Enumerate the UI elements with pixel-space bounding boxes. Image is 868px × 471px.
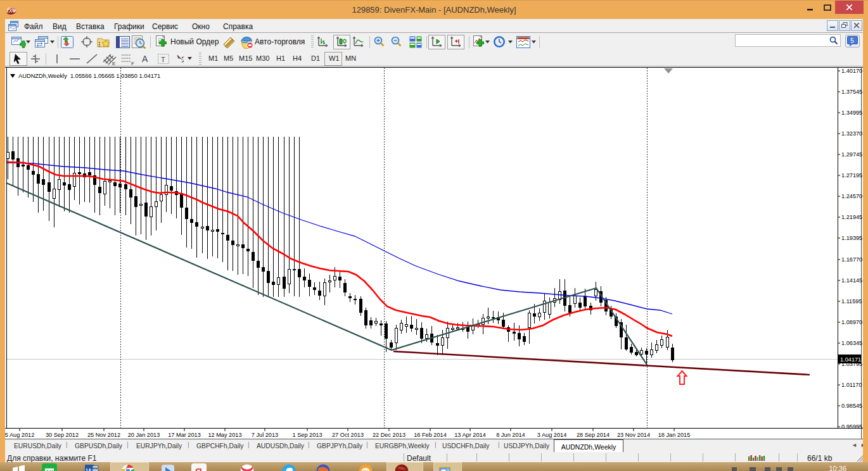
svg-text:0.98545: 0.98545 xyxy=(841,403,862,409)
svg-text:1.01170: 1.01170 xyxy=(841,382,862,388)
svg-text:1 Sep 2013: 1 Sep 2013 xyxy=(292,432,322,438)
svg-text:1.11595: 1.11595 xyxy=(841,298,862,305)
svg-text:T: T xyxy=(161,56,165,63)
svg-text:Я: Я xyxy=(195,466,202,471)
svg-text:1.06345: 1.06345 xyxy=(841,340,862,346)
svg-text:1.34995: 1.34995 xyxy=(841,110,862,116)
svg-text:1.29745: 1.29745 xyxy=(841,151,862,158)
svg-text:8 Jun 2014: 8 Jun 2014 xyxy=(496,432,525,438)
svg-text:13 Apr 2014: 13 Apr 2014 xyxy=(454,432,486,438)
svg-text:1.24570: 1.24570 xyxy=(841,193,862,199)
svg-text:AUDNZDh,Weekly 1.05566 1.0566: AUDNZDh,Weekly 1.05566 1.05665 1.03850 1… xyxy=(18,73,160,79)
svg-text:1.16770: 1.16770 xyxy=(841,256,862,263)
svg-text:1.08970: 1.08970 xyxy=(841,319,862,325)
svg-text:30 Sep 2012: 30 Sep 2012 xyxy=(46,432,79,438)
svg-text:1.32370: 1.32370 xyxy=(841,130,862,137)
svg-text:E: E xyxy=(112,61,115,66)
svg-text:22 Dec 2013: 22 Dec 2013 xyxy=(373,432,405,438)
svg-text:5: 5 xyxy=(850,37,854,44)
svg-text:18 Jan 2015: 18 Jan 2015 xyxy=(658,432,691,438)
svg-text:F: F xyxy=(131,61,134,66)
svg-text:1.37545: 1.37545 xyxy=(841,89,862,95)
svg-text:1.04171: 1.04171 xyxy=(840,356,861,363)
svg-text:1.19395: 1.19395 xyxy=(841,235,862,241)
svg-text:0.95995: 0.95995 xyxy=(841,424,862,430)
svg-text:7 Jul 2013: 7 Jul 2013 xyxy=(252,432,278,438)
svg-text:5 Aug 2012: 5 Aug 2012 xyxy=(5,432,34,438)
svg-text:16 Feb 2014: 16 Feb 2014 xyxy=(414,432,447,438)
svg-text:1.40170: 1.40170 xyxy=(841,68,862,74)
svg-text:17 Mar 2013: 17 Mar 2013 xyxy=(168,432,201,438)
svg-text:23 Nov 2014: 23 Nov 2014 xyxy=(617,432,650,438)
svg-text:1.21945: 1.21945 xyxy=(841,214,862,220)
svg-text:25 Nov 2012: 25 Nov 2012 xyxy=(87,432,120,438)
svg-text:20 Jan 2013: 20 Jan 2013 xyxy=(128,432,160,438)
svg-text:1.27195: 1.27195 xyxy=(841,172,862,179)
svg-text:12 May 2013: 12 May 2013 xyxy=(208,432,241,438)
svg-text:28 Sep 2014: 28 Sep 2014 xyxy=(577,432,610,438)
svg-text:27 Oct 2013: 27 Oct 2013 xyxy=(332,432,364,438)
svg-text:1.14145: 1.14145 xyxy=(841,277,862,284)
svg-text:3 Aug 2014: 3 Aug 2014 xyxy=(537,432,567,438)
